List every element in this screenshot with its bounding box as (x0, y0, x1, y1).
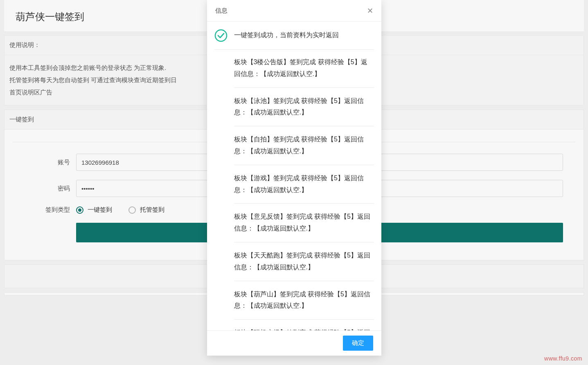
info-modal: 信息 × 一键签到成功，当前资料为实时返回 板块【3楼公告版】签到完成 获得经验… (207, 0, 381, 356)
modal-title: 信息 (215, 7, 228, 15)
result-item: 板块【葫芦山】签到完成 获得经验【5】返回信息：【成功返回默认空.】 (234, 289, 374, 320)
result-item: 板块【3楼公告版】签到完成 获得经验【5】返回信息：【成功返回默认空.】 (234, 56, 374, 88)
modal-overlay: 信息 × 一键签到成功，当前资料为实时返回 板块【3楼公告版】签到完成 获得经验… (0, 0, 588, 365)
result-item: 板块【自拍】签到完成 获得经验【5】返回信息：【成功返回默认空.】 (234, 134, 374, 165)
result-item: 板块【玩机广场】签到完成 获得经验【5】返回信息：【成功返回默认空.】 (234, 327, 374, 330)
result-item: 板块【泳池】签到完成 获得经验【5】返回信息：【成功返回默认空.】 (234, 95, 374, 127)
result-item: 板块【天天酷跑】签到完成 获得经验【5】返回信息：【成功返回默认空.】 (234, 250, 374, 281)
result-item: 板块【意见反馈】签到完成 获得经验【5】返回信息：【成功返回默认空.】 (234, 211, 374, 242)
watermark: www.ffu9.com (544, 355, 582, 362)
result-item: 板块【游戏】签到完成 获得经验【5】返回信息：【成功返回默认空.】 (234, 172, 374, 204)
modal-body[interactable]: 一键签到成功，当前资料为实时返回 板块【3楼公告版】签到完成 获得经验【5】返回… (207, 22, 381, 330)
confirm-button[interactable]: 确定 (343, 336, 373, 351)
svg-point-0 (215, 30, 227, 41)
success-check-icon (214, 29, 228, 42)
close-icon[interactable]: × (367, 6, 373, 16)
modal-headline: 一键签到成功，当前资料为实时返回 (234, 30, 339, 42)
